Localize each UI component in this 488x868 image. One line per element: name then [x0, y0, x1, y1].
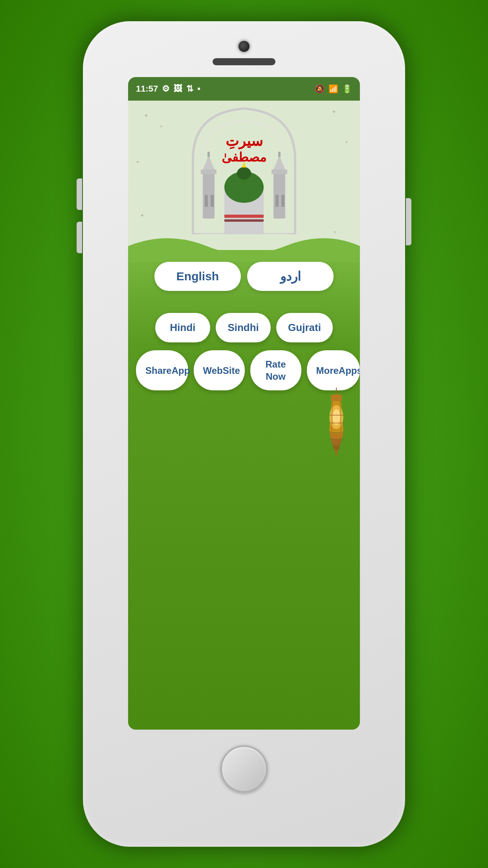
signal-bars-icon: 📶	[328, 84, 338, 94]
website-button[interactable]: WebSite	[194, 350, 245, 390]
hindi-button[interactable]: Hindi	[155, 313, 210, 342]
settings-icon: ⚙	[162, 84, 170, 94]
status-right-icons: 🔕 📶 🔋	[315, 84, 352, 94]
time-display: 11:57	[136, 84, 158, 94]
svg-rect-10	[275, 195, 279, 207]
urdu-button[interactable]: اردو	[247, 262, 334, 291]
rate-now-button[interactable]: Rate Now	[250, 350, 301, 390]
more-apps-button[interactable]: MoreApps	[307, 350, 360, 390]
green-main-section: English اردو Hindi Sindhi Gujrati ShareA…	[128, 250, 360, 730]
wave-decoration	[128, 230, 360, 262]
phone-bottom	[220, 730, 268, 804]
svg-rect-1	[201, 169, 216, 174]
svg-text:سیرتِ: سیرتِ	[226, 133, 263, 149]
svg-marker-8	[273, 156, 285, 169]
phone-frame: 11:57 ⚙ 🖼 ⇅ • 🔕 📶 🔋 ✦ ✦ ✦ ✦ ✦ ★ ✦	[83, 21, 405, 847]
star-deco: ✦	[140, 212, 145, 219]
image-icon: 🖼	[174, 84, 182, 94]
main-language-row: English اردو	[128, 262, 360, 291]
secondary-language-row: Hindi Sindhi Gujrati	[155, 313, 333, 342]
svg-marker-2	[203, 156, 215, 169]
svg-rect-19	[224, 215, 264, 218]
battery-icon: 🔋	[342, 84, 352, 94]
mute-icon: 🔕	[315, 84, 325, 94]
english-button[interactable]: English	[154, 262, 241, 291]
home-button[interactable]	[220, 745, 268, 793]
phone-top-decor	[83, 21, 405, 65]
power-button[interactable]	[406, 198, 411, 245]
svg-rect-3	[207, 152, 210, 157]
hero-banner: ✦ ✦ ✦ ✦ ✦ ★ ✦	[128, 101, 360, 250]
volume-down-button[interactable]	[77, 222, 82, 253]
svg-rect-7	[272, 169, 287, 174]
volume-up-button[interactable]	[77, 178, 82, 210]
svg-rect-5	[211, 195, 214, 207]
signal-icon: ⇅	[186, 84, 193, 94]
speaker	[213, 58, 275, 65]
star-deco: ★	[136, 160, 139, 164]
star-deco: ✦	[332, 108, 336, 115]
star-deco: ✦	[345, 140, 348, 144]
lantern-decoration	[321, 388, 352, 458]
dot-icon: •	[197, 84, 200, 94]
status-time-area: 11:57 ⚙ 🖼 ⇅ •	[136, 84, 200, 94]
svg-rect-4	[205, 195, 208, 207]
svg-text:مصطفیٰ: مصطفیٰ	[222, 150, 266, 164]
phone-screen: 11:57 ⚙ 🖼 ⇅ • 🔕 📶 🔋 ✦ ✦ ✦ ✦ ✦ ★ ✦	[128, 77, 360, 730]
gujrati-button[interactable]: Gujrati	[276, 313, 333, 342]
star-deco: ✦	[144, 112, 149, 119]
star-deco: ✦	[160, 124, 163, 129]
svg-rect-11	[281, 195, 284, 207]
svg-marker-28	[335, 450, 338, 456]
svg-rect-20	[224, 219, 264, 222]
front-camera	[238, 41, 250, 52]
share-app-button[interactable]: ShareApp	[136, 350, 188, 390]
sindhi-button[interactable]: Sindhi	[216, 313, 271, 342]
svg-rect-9	[278, 152, 281, 157]
action-buttons-row: ShareApp WebSite Rate Now MoreApps	[128, 350, 360, 390]
status-bar: 11:57 ⚙ 🖼 ⇅ • 🔕 📶 🔋	[128, 77, 360, 101]
mosque-arch-svg: سیرتِ مصطفیٰ	[181, 101, 307, 234]
